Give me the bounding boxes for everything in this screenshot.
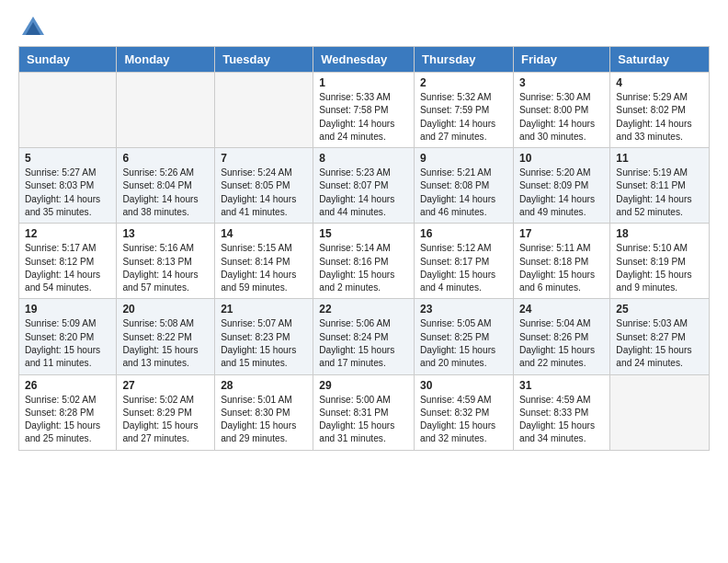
day-info: Sunrise: 5:04 AM Sunset: 8:26 PM Dayligh…	[519, 317, 604, 370]
day-info: Sunrise: 5:17 AM Sunset: 8:12 PM Dayligh…	[25, 242, 110, 294]
day-number: 21	[221, 303, 307, 316]
day-number: 17	[519, 227, 604, 240]
calendar-cell: 13Sunrise: 5:16 AM Sunset: 8:13 PM Dayli…	[117, 224, 215, 299]
day-number: 24	[519, 303, 604, 316]
day-number: 31	[519, 379, 604, 392]
calendar-cell	[610, 374, 710, 450]
calendar-cell: 4Sunrise: 5:29 AM Sunset: 8:02 PM Daylig…	[610, 73, 710, 148]
calendar-cell: 9Sunrise: 5:21 AM Sunset: 8:08 PM Daylig…	[415, 148, 514, 224]
calendar-cell: 14Sunrise: 5:15 AM Sunset: 8:14 PM Dayli…	[215, 224, 313, 299]
day-number: 2	[420, 76, 507, 89]
day-number: 8	[319, 152, 408, 165]
calendar-week-row: 1Sunrise: 5:33 AM Sunset: 7:58 PM Daylig…	[19, 73, 710, 148]
day-info: Sunrise: 5:21 AM Sunset: 8:08 PM Dayligh…	[420, 167, 507, 219]
calendar-cell: 18Sunrise: 5:10 AM Sunset: 8:19 PM Dayli…	[610, 224, 710, 299]
calendar-week-row: 5Sunrise: 5:27 AM Sunset: 8:03 PM Daylig…	[19, 148, 710, 224]
calendar-cell: 29Sunrise: 5:00 AM Sunset: 8:31 PM Dayli…	[313, 374, 415, 450]
calendar-cell: 15Sunrise: 5:14 AM Sunset: 8:16 PM Dayli…	[313, 224, 415, 299]
weekday-header-sunday: Sunday	[19, 47, 117, 73]
calendar-cell: 25Sunrise: 5:03 AM Sunset: 8:27 PM Dayli…	[610, 299, 710, 374]
day-info: Sunrise: 5:16 AM Sunset: 8:13 PM Dayligh…	[122, 242, 209, 294]
day-number: 15	[319, 227, 408, 240]
day-info: Sunrise: 5:02 AM Sunset: 8:28 PM Dayligh…	[25, 394, 110, 446]
logo-icon	[20, 15, 46, 40]
calendar-cell: 6Sunrise: 5:26 AM Sunset: 8:04 PM Daylig…	[117, 148, 215, 224]
weekday-header-friday: Friday	[513, 47, 609, 73]
day-info: Sunrise: 5:09 AM Sunset: 8:20 PM Dayligh…	[25, 317, 110, 370]
day-info: Sunrise: 5:29 AM Sunset: 8:02 PM Dayligh…	[616, 91, 703, 144]
calendar-cell: 23Sunrise: 5:05 AM Sunset: 8:25 PM Dayli…	[415, 299, 514, 374]
calendar-cell	[19, 73, 117, 148]
day-info: Sunrise: 5:19 AM Sunset: 8:11 PM Dayligh…	[616, 167, 703, 219]
calendar-cell	[117, 73, 215, 148]
calendar-cell: 31Sunrise: 4:59 AM Sunset: 8:33 PM Dayli…	[513, 374, 609, 450]
day-info: Sunrise: 5:08 AM Sunset: 8:22 PM Dayligh…	[122, 317, 209, 370]
day-number: 29	[319, 379, 408, 392]
day-number: 18	[616, 227, 703, 240]
day-number: 6	[122, 152, 209, 165]
calendar: SundayMondayTuesdayWednesdayThursdayFrid…	[18, 46, 710, 451]
day-number: 19	[25, 303, 110, 316]
calendar-cell: 10Sunrise: 5:20 AM Sunset: 8:09 PM Dayli…	[513, 148, 609, 224]
calendar-cell	[215, 73, 313, 148]
day-info: Sunrise: 4:59 AM Sunset: 8:33 PM Dayligh…	[519, 394, 604, 446]
day-number: 30	[420, 379, 507, 392]
day-number: 27	[122, 379, 209, 392]
day-number: 4	[616, 76, 703, 89]
weekday-header-thursday: Thursday	[415, 47, 514, 73]
day-info: Sunrise: 5:33 AM Sunset: 7:58 PM Dayligh…	[319, 91, 408, 144]
calendar-cell: 26Sunrise: 5:02 AM Sunset: 8:28 PM Dayli…	[19, 374, 117, 450]
day-info: Sunrise: 5:11 AM Sunset: 8:18 PM Dayligh…	[519, 242, 604, 294]
calendar-cell: 8Sunrise: 5:23 AM Sunset: 8:07 PM Daylig…	[313, 148, 415, 224]
calendar-cell: 2Sunrise: 5:32 AM Sunset: 7:59 PM Daylig…	[415, 73, 514, 148]
weekday-header-saturday: Saturday	[610, 47, 710, 73]
day-number: 3	[519, 76, 604, 89]
day-number: 7	[221, 152, 307, 165]
calendar-cell: 1Sunrise: 5:33 AM Sunset: 7:58 PM Daylig…	[313, 73, 415, 148]
day-info: Sunrise: 5:14 AM Sunset: 8:16 PM Dayligh…	[319, 242, 408, 294]
calendar-cell: 24Sunrise: 5:04 AM Sunset: 8:26 PM Dayli…	[513, 299, 609, 374]
calendar-cell: 12Sunrise: 5:17 AM Sunset: 8:12 PM Dayli…	[19, 224, 117, 299]
calendar-cell: 5Sunrise: 5:27 AM Sunset: 8:03 PM Daylig…	[19, 148, 117, 224]
calendar-cell: 19Sunrise: 5:09 AM Sunset: 8:20 PM Dayli…	[19, 299, 117, 374]
calendar-cell: 21Sunrise: 5:07 AM Sunset: 8:23 PM Dayli…	[215, 299, 313, 374]
day-info: Sunrise: 5:26 AM Sunset: 8:04 PM Dayligh…	[122, 167, 209, 219]
day-number: 28	[221, 379, 307, 392]
day-info: Sunrise: 5:15 AM Sunset: 8:14 PM Dayligh…	[221, 242, 307, 294]
calendar-cell: 22Sunrise: 5:06 AM Sunset: 8:24 PM Dayli…	[313, 299, 415, 374]
calendar-cell: 27Sunrise: 5:02 AM Sunset: 8:29 PM Dayli…	[117, 374, 215, 450]
day-info: Sunrise: 5:07 AM Sunset: 8:23 PM Dayligh…	[221, 317, 307, 370]
day-number: 12	[25, 227, 110, 240]
day-number: 20	[122, 303, 209, 316]
calendar-cell: 16Sunrise: 5:12 AM Sunset: 8:17 PM Dayli…	[415, 224, 514, 299]
day-info: Sunrise: 5:01 AM Sunset: 8:30 PM Dayligh…	[221, 394, 307, 446]
calendar-cell: 30Sunrise: 4:59 AM Sunset: 8:32 PM Dayli…	[415, 374, 514, 450]
day-info: Sunrise: 5:30 AM Sunset: 8:00 PM Dayligh…	[519, 91, 604, 144]
day-number: 23	[420, 303, 507, 316]
calendar-header-row: SundayMondayTuesdayWednesdayThursdayFrid…	[19, 47, 710, 73]
day-number: 10	[519, 152, 604, 165]
day-info: Sunrise: 5:12 AM Sunset: 8:17 PM Dayligh…	[420, 242, 507, 294]
day-info: Sunrise: 5:03 AM Sunset: 8:27 PM Dayligh…	[616, 317, 703, 370]
page-header	[18, 15, 710, 37]
day-number: 14	[221, 227, 307, 240]
weekday-header-wednesday: Wednesday	[313, 47, 415, 73]
day-number: 26	[25, 379, 110, 392]
weekday-header-tuesday: Tuesday	[215, 47, 313, 73]
calendar-cell: 28Sunrise: 5:01 AM Sunset: 8:30 PM Dayli…	[215, 374, 313, 450]
calendar-week-row: 12Sunrise: 5:17 AM Sunset: 8:12 PM Dayli…	[19, 224, 710, 299]
day-number: 25	[616, 303, 703, 316]
calendar-cell: 7Sunrise: 5:24 AM Sunset: 8:05 PM Daylig…	[215, 148, 313, 224]
day-number: 5	[25, 152, 110, 165]
day-info: Sunrise: 5:20 AM Sunset: 8:09 PM Dayligh…	[519, 167, 604, 219]
day-info: Sunrise: 5:27 AM Sunset: 8:03 PM Dayligh…	[25, 167, 110, 219]
day-info: Sunrise: 5:32 AM Sunset: 7:59 PM Dayligh…	[420, 91, 507, 144]
calendar-week-row: 19Sunrise: 5:09 AM Sunset: 8:20 PM Dayli…	[19, 299, 710, 374]
calendar-cell: 3Sunrise: 5:30 AM Sunset: 8:00 PM Daylig…	[513, 73, 609, 148]
day-info: Sunrise: 4:59 AM Sunset: 8:32 PM Dayligh…	[420, 394, 507, 446]
weekday-header-monday: Monday	[117, 47, 215, 73]
calendar-week-row: 26Sunrise: 5:02 AM Sunset: 8:28 PM Dayli…	[19, 374, 710, 450]
logo	[18, 15, 46, 37]
day-number: 11	[616, 152, 703, 165]
day-number: 16	[420, 227, 507, 240]
